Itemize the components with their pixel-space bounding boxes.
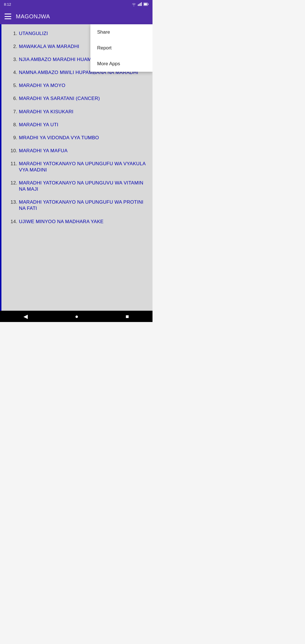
svg-rect-0 (138, 5, 138, 6)
svg-rect-6 (148, 4, 149, 5)
home-button[interactable]: ● (69, 312, 84, 321)
battery-icon (143, 3, 149, 6)
status-icons (132, 2, 149, 6)
dropdown-item-share[interactable]: Share (90, 24, 152, 40)
time-display: 8:12 (4, 2, 11, 6)
app-title: MAGONJWA (16, 13, 50, 20)
hamburger-menu-button[interactable] (5, 13, 11, 20)
signal-icon (138, 2, 142, 6)
wifi-icon (132, 2, 136, 6)
back-button[interactable]: ◀ (18, 312, 33, 321)
svg-rect-3 (140, 3, 141, 6)
nav-bar: ◀ ● ■ (0, 311, 152, 322)
svg-rect-1 (139, 4, 139, 6)
dropdown-item-report[interactable]: Report (90, 40, 152, 56)
status-bar: 8:12 (0, 0, 152, 8)
svg-rect-4 (141, 2, 142, 6)
app-bar: MAGONJWA (0, 8, 152, 24)
recents-button[interactable]: ■ (120, 312, 134, 321)
dropdown-item-more-apps[interactable]: More Apps (90, 56, 152, 72)
dropdown-menu: Share Report More Apps (90, 24, 152, 72)
svg-rect-2 (140, 3, 140, 6)
svg-rect-7 (144, 3, 147, 5)
